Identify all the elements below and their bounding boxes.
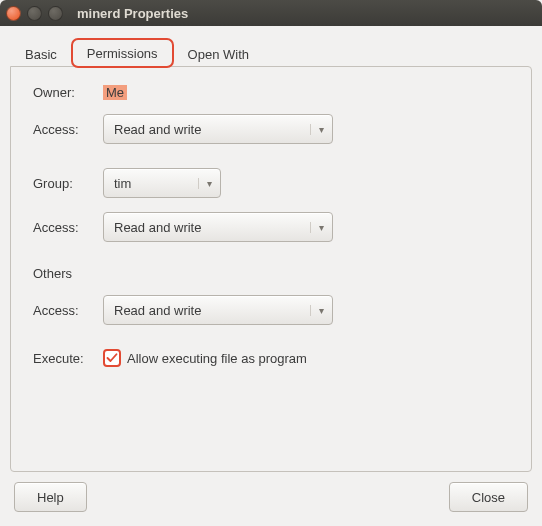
help-button[interactable]: Help bbox=[14, 482, 87, 512]
permissions-pane: Owner: Me Access: Read and write ▾ Group… bbox=[10, 66, 532, 472]
chevron-down-icon: ▾ bbox=[198, 178, 212, 189]
owner-value: Me bbox=[103, 85, 127, 100]
owner-access-label: Access: bbox=[33, 122, 103, 137]
others-access-value: Read and write bbox=[114, 303, 201, 318]
tab-bar: Basic Permissions Open With bbox=[10, 36, 532, 66]
close-icon[interactable] bbox=[6, 6, 21, 21]
chevron-down-icon: ▾ bbox=[310, 305, 324, 316]
group-access-combo[interactable]: Read and write ▾ bbox=[103, 212, 333, 242]
close-button[interactable]: Close bbox=[449, 482, 528, 512]
owner-access-combo[interactable]: Read and write ▾ bbox=[103, 114, 333, 144]
chevron-down-icon: ▾ bbox=[310, 124, 324, 135]
execute-text: Allow executing file as program bbox=[127, 351, 307, 366]
owner-access-value: Read and write bbox=[114, 122, 201, 137]
chevron-down-icon: ▾ bbox=[310, 222, 324, 233]
owner-label: Owner: bbox=[33, 85, 103, 100]
maximize-icon[interactable] bbox=[48, 6, 63, 21]
minimize-icon[interactable] bbox=[27, 6, 42, 21]
others-label: Others bbox=[33, 266, 103, 281]
execute-checkbox[interactable] bbox=[103, 349, 121, 367]
group-label: Group: bbox=[33, 176, 103, 191]
group-value: tim bbox=[114, 176, 131, 191]
tab-permissions[interactable]: Permissions bbox=[72, 39, 173, 67]
checkmark-icon bbox=[106, 352, 118, 364]
titlebar: minerd Properties bbox=[0, 0, 542, 26]
window-title: minerd Properties bbox=[77, 6, 188, 21]
tab-openwith[interactable]: Open With bbox=[173, 40, 264, 67]
dialog-footer: Help Close bbox=[10, 472, 532, 516]
tab-basic[interactable]: Basic bbox=[10, 40, 72, 67]
execute-label: Execute: bbox=[33, 351, 103, 366]
group-access-label: Access: bbox=[33, 220, 103, 235]
others-access-label: Access: bbox=[33, 303, 103, 318]
group-combo[interactable]: tim ▾ bbox=[103, 168, 221, 198]
others-access-combo[interactable]: Read and write ▾ bbox=[103, 295, 333, 325]
group-access-value: Read and write bbox=[114, 220, 201, 235]
